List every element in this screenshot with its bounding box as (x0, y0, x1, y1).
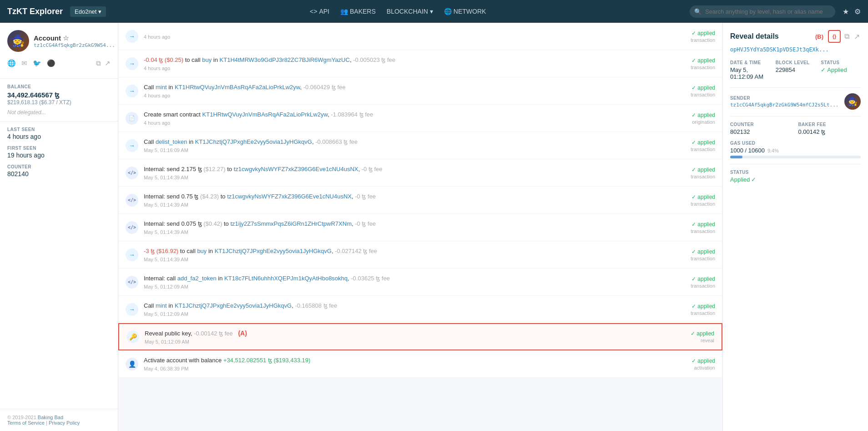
first-seen-stat: FIRST SEEN 19 hours ago (7, 146, 111, 159)
table-row[interactable]: </> Internal: send 0.075 ꜩ ($0.42) to tz… (118, 214, 722, 241)
tx-key-icon: 🔑 (126, 330, 139, 343)
table-row[interactable]: → Call mint in KT1JChztjQ7JPxghEe2vyy5ov… (118, 296, 722, 323)
tx-body: Reveal public key, -0.00142 ꜩ fee (A) Ma… (145, 329, 668, 345)
chevron-down-icon: ▾ (98, 8, 101, 15)
tx-address-link[interactable]: tz1ijy2Z7sSmmxPqsZ6iGRn1ZHrCtpwR7XNm (230, 220, 352, 227)
tx-status: ✓ applied transaction (674, 57, 715, 70)
tx-action-link[interactable]: mint (156, 84, 167, 91)
divider (730, 87, 861, 88)
search-input[interactable] (690, 5, 835, 18)
counter-item: Counter 802132 (730, 122, 793, 135)
table-row[interactable]: → Call delist_token in KT1JChztjQ7JPxghE… (118, 132, 722, 159)
divider (730, 116, 861, 117)
tx-doc-icon: 📄 (126, 112, 138, 125)
nav-api[interactable]: <> API (310, 8, 329, 15)
tx-contract-link[interactable]: KT1HRtwQVuyJnVmBAsRqAFa2aLioPrkLw2yw (175, 84, 300, 91)
table-row[interactable]: → -0.04 ꜩ ($0.25) to call buy in KT1H4tM… (118, 50, 722, 77)
share-icon[interactable]: ↗ (853, 31, 861, 42)
tx-arrow-icon: → (126, 248, 138, 261)
tx-status: ✓ applied transaction (674, 139, 715, 152)
baking-bad-link[interactable]: Baking Bad (38, 415, 63, 420)
chevron-down-icon: ▾ (430, 8, 433, 15)
share-icon[interactable]: ↗ (105, 59, 111, 67)
sender-address[interactable]: tz1cCG4Af5qkgBr2zGkG9W54mfCJ2s5Lt... (730, 102, 838, 108)
tx-body: Call delist_token in KT1JChztjQ7JPxghEe2… (144, 138, 669, 152)
json-view-button[interactable]: {} (828, 30, 841, 43)
tx-action-link[interactable]: delist_token (156, 138, 187, 145)
code-icon: <> (310, 8, 317, 15)
tx-action-link[interactable]: mint (156, 302, 167, 309)
final-status-row: Status Applied ✓ (730, 170, 861, 183)
tx-contract-link[interactable]: KT1JChztjQ7JPxghEe2vyy5ovia1JyHGkqvG (175, 302, 292, 309)
avatar: 🧙 (7, 30, 29, 52)
tx-internal-icon: </> (126, 194, 138, 207)
reveal-hash[interactable]: opHVJ5YdYa5DSK1pVDSEJt3qEXk... (730, 46, 861, 53)
bookmark-icon[interactable]: ★ (843, 7, 849, 16)
logo: TzKT Explorer (7, 7, 63, 16)
tx-body: -0.04 ꜩ ($0.25) to call buy in KT1H4tMRW… (144, 56, 669, 71)
tx-status: ✓ applied origination (674, 112, 715, 125)
tx-internal-icon: </> (126, 167, 138, 179)
privacy-link[interactable]: Privacy Policy (49, 420, 80, 426)
tx-contract-link[interactable]: KT1JChztjQ7JPxghEe2vyy5ovia1JyHGkqvG (215, 248, 332, 254)
search-icon: 🔍 (694, 8, 701, 15)
account-top: 🧙 Account ☆ tz1cCG4Af5qkgBr2zGkG9W54... (7, 30, 111, 52)
tx-internal-icon: </> (126, 221, 138, 234)
network-selector[interactable]: Edo2net ▾ (70, 6, 106, 17)
transactions-panel: → 4 hours ago ✓ applied transaction → -0… (118, 23, 722, 431)
tx-action-link[interactable]: buy (197, 248, 207, 254)
check-icon: ✓ (821, 66, 826, 73)
tx-contract-link[interactable]: KT18c7FLtN6uhhhXQEPJm1kQyAtHbo8sokhq (224, 275, 348, 282)
tx-address-link[interactable]: tz1cwgvkyNsWYFZ7xkZ396G6Eve1cNU4usNX (227, 193, 352, 200)
tos-link[interactable]: Terms of Service (7, 420, 45, 426)
tx-status: ✓ applied reveal (673, 330, 714, 343)
favorite-icon[interactable]: ☆ (63, 34, 69, 42)
github-icon[interactable]: ⚫ (47, 59, 56, 67)
date-time-item: Date & time May 5, 01:12:09 AM (730, 60, 770, 80)
tx-contract-link[interactable]: KT1JChztjQ7JPxghEe2vyy5ovia1JyHGkqvG (195, 138, 312, 145)
twitter-icon[interactable]: 🐦 (33, 59, 41, 67)
tx-action-link[interactable]: add_fa2_token (177, 275, 217, 282)
tx-body: 4 hours ago (144, 33, 669, 40)
tx-body: Call mint in KT1JChztjQ7JPxghEe2vyy5ovia… (144, 302, 669, 316)
table-row[interactable]: </> Internal: send 0.75 ꜩ ($4.23) to tz1… (118, 187, 722, 214)
tx-contract-link[interactable]: KT1HRtwQVuyJnVmBAsRqAFa2aLioPrkLw2yw (202, 111, 328, 118)
table-row[interactable]: → Call mint in KT1HRtwQVuyJnVmBAsRqAFa2a… (118, 77, 722, 105)
last-seen-stat: LAST SEEN 4 hours ago (7, 127, 111, 140)
nav-blockchain[interactable]: BLOCKCHAIN ▾ (387, 8, 433, 15)
globe-icon[interactable]: 🌐 (7, 59, 16, 67)
table-row[interactable]: → -3 ꜩ ($16.92) to call buy in KT1JChztj… (118, 241, 722, 269)
sidebar: 🧙 Account ☆ tz1cCG4Af5qkgBr2zGkG9W54... … (0, 23, 118, 431)
detail-grid-top: Date & time May 5, 01:12:09 AM Block lev… (730, 60, 861, 80)
email-icon[interactable]: ✉ (21, 59, 27, 67)
sender-section: Sender tz1cCG4Af5qkgBr2zGkG9W54mfCJ2s5Lt… (730, 93, 861, 110)
main-layout: 🧙 Account ☆ tz1cCG4Af5qkgBr2zGkG9W54... … (0, 23, 868, 431)
status-item: Status ✓ Applied (821, 60, 861, 80)
table-row[interactable]: </> Internal: call add_fa2_token in KT18… (118, 269, 722, 296)
tx-status: ✓ applied transaction (674, 30, 715, 43)
tx-status: ✓ applied transaction (674, 85, 715, 97)
nav-bakers[interactable]: 👥 BAKERS (340, 8, 376, 15)
account-section: 🧙 Account ☆ tz1cCG4Af5qkgBr2zGkG9W54... … (0, 23, 118, 79)
table-row[interactable]: 📄 Create smart contract KT1HRtwQVuyJnVmB… (118, 105, 722, 132)
tx-action-link[interactable]: buy (202, 56, 212, 63)
divider (730, 164, 861, 164)
account-info: Account ☆ tz1cCG4Af5qkgBr2zGkG9W54... (34, 34, 115, 48)
copy-icon[interactable]: ⧉ (843, 31, 850, 41)
tx-status: ✓ applied transaction (674, 194, 715, 207)
tx-status: ✓ applied transaction (674, 276, 715, 289)
reveal-details-panel: Reveal details (B) {} ⧉ ↗ opHVJ5YdYa5DSK… (722, 23, 868, 431)
annotation-a: (A) (238, 330, 247, 337)
settings-icon[interactable]: ⚙ (854, 7, 861, 16)
table-row-reveal[interactable]: 🔑 Reveal public key, -0.00142 ꜩ fee (A) … (118, 323, 722, 350)
table-row[interactable]: </> Internal: send 2.175 ꜩ ($12.27) to t… (118, 159, 722, 187)
tx-body: Internal: call add_fa2_token in KT18c7FL… (144, 274, 669, 289)
tx-contract-link[interactable]: KT1H4tMRW3o9GdPJ3r82ZC7BJiR6WgmYazUC (220, 56, 350, 63)
copy-icon[interactable]: ⧉ (96, 59, 101, 67)
nav-network[interactable]: 🌐 NETWORK (444, 8, 486, 15)
table-row[interactable]: 👤 Activate account with balance +34,512.… (118, 350, 722, 378)
table-row[interactable]: → 4 hours ago ✓ applied transaction (118, 23, 722, 50)
tx-address-link[interactable]: tz1cwgvkyNsWYFZ7xkZ396G6Eve1cNU4usNX (234, 166, 358, 172)
header-actions: ★ ⚙ (843, 7, 861, 16)
reveal-title: Reveal details (730, 32, 779, 41)
